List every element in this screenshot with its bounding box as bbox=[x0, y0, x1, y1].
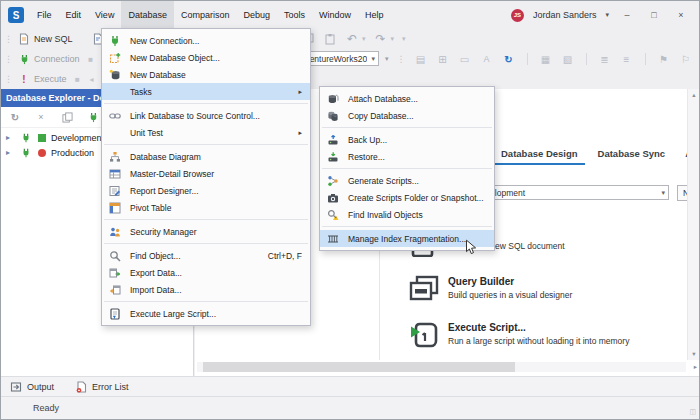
menu-item-import-data[interactable]: Import Data... bbox=[102, 281, 310, 298]
query-builder-icon bbox=[409, 275, 439, 307]
maximize-button[interactable]: □ bbox=[645, 10, 663, 20]
execute-button[interactable]: Execute bbox=[34, 74, 67, 84]
report-designer-icon bbox=[108, 184, 122, 198]
horizontal-scrollbar-thumb[interactable] bbox=[203, 362, 515, 372]
toolbar-grip-icon[interactable]: ⋮ bbox=[4, 34, 13, 44]
resize-grip-icon[interactable]: ◫ bbox=[689, 408, 696, 416]
indent-icon[interactable]: ▦ bbox=[539, 52, 553, 66]
refresh-schema-icon[interactable]: ↻ bbox=[502, 52, 516, 66]
menu-item-unit-test[interactable]: Unit Test▸ bbox=[102, 124, 310, 141]
titlebar-right: JS Jordan Sanders ▾ – □ × bbox=[511, 9, 699, 22]
redo-icon[interactable]: ↷ bbox=[374, 32, 388, 46]
new-sql-icon[interactable] bbox=[17, 32, 31, 46]
start-page-tabs: Database DesignDatabase SyncA bbox=[491, 143, 699, 165]
menubar-item-tools[interactable]: Tools bbox=[277, 1, 312, 29]
uncomment-icon[interactable]: ≡ bbox=[620, 52, 634, 66]
start-item-execute-script[interactable]: Execute Script...Run a large script with… bbox=[409, 321, 629, 353]
menu-item-tasks[interactable]: Tasks▸ bbox=[102, 83, 310, 100]
submenu-item-copy-database[interactable]: Copy Database... bbox=[320, 107, 494, 124]
menu-separator bbox=[322, 168, 492, 169]
expand-chevron-icon[interactable]: ▸ bbox=[6, 133, 14, 142]
new-window-icon[interactable] bbox=[60, 110, 74, 124]
submenu-item-find-invalid-objects[interactable]: Find Invalid Objects bbox=[320, 206, 494, 223]
menu-item-master-detail-browser[interactable]: Master-Detail Browser bbox=[102, 165, 310, 182]
start-item-title: Execute Script... bbox=[448, 321, 629, 334]
menubar-item-view[interactable]: View bbox=[88, 1, 121, 29]
paste-icon[interactable] bbox=[323, 32, 337, 46]
menu-item-database-diagram[interactable]: Database Diagram bbox=[102, 148, 310, 165]
scroll-down-icon[interactable]: ▾ bbox=[688, 350, 699, 358]
format-document-icon[interactable]: ▤ bbox=[414, 52, 428, 66]
vertical-scrollbar[interactable]: ▴ ▾ bbox=[687, 89, 699, 360]
submenu-item-restore[interactable]: Restore... bbox=[320, 148, 494, 165]
menu-item-export-data[interactable]: Export Data... bbox=[102, 264, 310, 281]
user-menu-caret-icon[interactable]: ▾ bbox=[605, 11, 609, 19]
submenu-item-back-up[interactable]: Back Up... bbox=[320, 131, 494, 148]
tab-database-sync[interactable]: Database Sync bbox=[588, 143, 676, 165]
start-item-query-builder[interactable]: Query BuilderBuild queries in a visual d… bbox=[409, 275, 572, 307]
disconnect-icon[interactable]: × bbox=[34, 110, 48, 124]
scroll-right-icon[interactable]: ▸ bbox=[694, 363, 697, 371]
execute-exclamation-icon: ! bbox=[17, 72, 31, 86]
menu-item-pivot-table[interactable]: Pivot Table bbox=[102, 199, 310, 216]
minimize-button[interactable]: – bbox=[618, 10, 636, 20]
horizontal-scrollbar[interactable] bbox=[197, 362, 686, 372]
menu-item-find-object[interactable]: Find Object...Ctrl+D, F bbox=[102, 247, 310, 264]
more-caret-icon[interactable]: ▾ bbox=[402, 35, 406, 43]
redo-caret-icon[interactable]: ▾ bbox=[391, 35, 395, 43]
menu-item-link-database-to-source-control[interactable]: Link Database to Source Control... bbox=[102, 107, 310, 124]
close-button[interactable]: × bbox=[672, 10, 690, 20]
scroll-up-icon[interactable]: ▴ bbox=[688, 91, 699, 99]
new-connection-toolbar-icon[interactable] bbox=[86, 110, 100, 124]
database-combo[interactable]: Development ▾ bbox=[471, 185, 669, 200]
menu-icon-placeholder bbox=[108, 126, 122, 140]
tab-database-design[interactable]: Database Design bbox=[491, 143, 588, 165]
submenu-item-generate-scripts[interactable]: Generate Scripts... bbox=[320, 172, 494, 189]
expand-chevron-icon[interactable]: ▸ bbox=[6, 148, 14, 157]
server-combo-caret-icon[interactable]: ▾ bbox=[371, 55, 375, 63]
connection-status-inactive-icon bbox=[38, 149, 46, 157]
menu-item-execute-large-script[interactable]: Execute Large Script... bbox=[102, 305, 310, 322]
menu-separator bbox=[322, 226, 492, 227]
menubar-item-window[interactable]: Window bbox=[312, 1, 358, 29]
menu-item-new-connection[interactable]: New Connection... bbox=[102, 32, 310, 49]
undo-icon[interactable]: ↶ bbox=[345, 32, 359, 46]
menu-item-label: New Connection... bbox=[130, 36, 302, 46]
menubar-item-debug[interactable]: Debug bbox=[236, 1, 277, 29]
refresh-icon[interactable]: ↻ bbox=[8, 110, 22, 124]
dock-tab-error-list[interactable]: Error List bbox=[74, 380, 129, 394]
connection-button[interactable]: Connection bbox=[34, 54, 80, 64]
menubar-item-file[interactable]: File bbox=[30, 1, 59, 29]
user-avatar[interactable]: JS bbox=[511, 9, 524, 22]
database-combo-caret-icon[interactable]: ▾ bbox=[661, 189, 665, 197]
toolbar-grip-icon[interactable]: ⋮ bbox=[4, 74, 13, 84]
menubar-item-comparison[interactable]: Comparison bbox=[174, 1, 237, 29]
link-icon bbox=[108, 109, 122, 123]
restore-icon bbox=[326, 150, 340, 164]
outdent-icon[interactable]: ▧ bbox=[561, 52, 575, 66]
new-sql-button[interactable]: New SQL bbox=[34, 34, 73, 44]
comment-icon[interactable]: ≣ bbox=[598, 52, 612, 66]
menubar-item-help[interactable]: Help bbox=[358, 1, 391, 29]
word-wrap-icon[interactable]: A bbox=[480, 52, 494, 66]
menu-item-report-designer[interactable]: Report Designer... bbox=[102, 182, 310, 199]
menubar: FileEditViewDatabaseComparisonDebugTools… bbox=[30, 1, 391, 29]
format-selection-icon[interactable]: ⊞ bbox=[436, 52, 450, 66]
submenu-item-create-scripts-folder-or-snapshot[interactable]: Create Scripts Folder or Snapshot... bbox=[320, 189, 494, 206]
bookmark-clear-icon[interactable]: ⚐ bbox=[679, 52, 693, 66]
menubar-item-edit[interactable]: Edit bbox=[59, 1, 89, 29]
navigate-icon[interactable]: ▭ bbox=[458, 52, 472, 66]
toolbar-grip-icon[interactable]: ⋮ bbox=[397, 54, 406, 64]
dock-tab-output[interactable]: Output bbox=[9, 380, 54, 394]
menu-item-new-database-object[interactable]: New Database Object... bbox=[102, 49, 310, 66]
submenu-item-attach-database[interactable]: Attach Database... bbox=[320, 90, 494, 107]
find-invalid-icon bbox=[326, 208, 340, 222]
menu-item-new-database[interactable]: New Database bbox=[102, 66, 310, 83]
status-text: Ready bbox=[33, 403, 59, 413]
menubar-item-database[interactable]: Database bbox=[121, 1, 174, 29]
bookmark-icon[interactable]: ⚑ bbox=[657, 52, 671, 66]
undo-caret-icon[interactable]: ▾ bbox=[362, 35, 366, 43]
split-caret-icon[interactable]: ▾ bbox=[385, 55, 389, 63]
toolbar-grip-icon[interactable]: ⋮ bbox=[4, 54, 13, 64]
menu-item-security-manager[interactable]: Security Manager bbox=[102, 223, 310, 240]
